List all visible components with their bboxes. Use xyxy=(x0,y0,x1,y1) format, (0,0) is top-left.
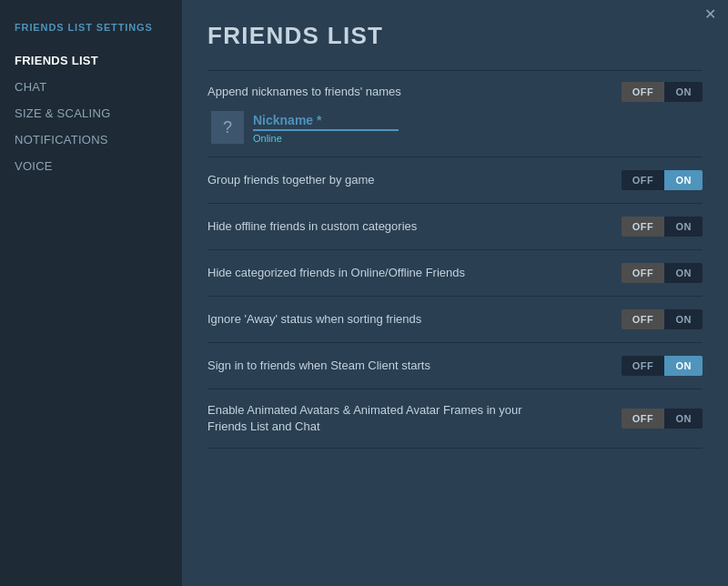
nickname-status: Online xyxy=(253,133,399,144)
sidebar-item-chat[interactable]: CHAT xyxy=(0,74,182,100)
sidebar-item-size-scaling[interactable]: SIZE & SCALING xyxy=(0,100,182,126)
toggle-btn-hide-offline[interactable]: OFF ON xyxy=(622,217,703,237)
toggle-on-append-nicknames[interactable]: ON xyxy=(664,82,703,102)
toggle-btn-hide-categorized[interactable]: OFF ON xyxy=(622,263,703,283)
avatar: ? xyxy=(211,111,244,144)
setting-row-sign-in: Sign in to friends when Steam Client sta… xyxy=(207,343,703,389)
toggle-group-by-game[interactable]: OFF ON xyxy=(622,170,703,190)
sidebar-item-voice[interactable]: VOICE xyxy=(0,153,182,179)
toggle-on-hide-offline[interactable]: ON xyxy=(664,217,703,237)
toggle-btn-append-nicknames[interactable]: OFF ON xyxy=(622,82,703,102)
toggle-btn-group-by-game[interactable]: OFF ON xyxy=(622,170,703,190)
toggle-on-group-by-game[interactable]: ON xyxy=(664,170,703,190)
toggle-btn-sign-in[interactable]: OFF ON xyxy=(622,356,703,376)
toggle-off-sign-in[interactable]: OFF xyxy=(622,356,665,376)
setting-label-hide-categorized: Hide categorized friends in Online/Offli… xyxy=(207,265,465,281)
main-content: FRIENDS LIST Append nicknames to friends… xyxy=(182,0,728,586)
toggle-sign-in[interactable]: OFF ON xyxy=(622,356,703,376)
toggle-append-nicknames[interactable]: OFF ON xyxy=(622,82,703,102)
sidebar: FRIENDS LIST SETTINGS FRIENDS LIST CHAT … xyxy=(0,0,182,586)
toggle-off-group-by-game[interactable]: OFF xyxy=(622,170,665,190)
setting-label-sign-in: Sign in to friends when Steam Client sta… xyxy=(207,358,430,374)
setting-row-append-nicknames: Append nicknames to friends' names OFF O… xyxy=(207,70,703,157)
close-button[interactable]: ✕ xyxy=(700,5,721,24)
sidebar-item-notifications[interactable]: NOTIFICATIONS xyxy=(0,126,182,153)
setting-row-animated-avatars: Enable Animated Avatars & Animated Avata… xyxy=(207,389,703,449)
toggle-on-sign-in[interactable]: ON xyxy=(664,356,703,376)
setting-row-ignore-away: Ignore 'Away' status when sorting friend… xyxy=(207,297,703,343)
sidebar-item-friends-list[interactable]: FRIENDS LIST xyxy=(0,47,182,74)
toggle-off-hide-categorized[interactable]: OFF xyxy=(622,263,665,283)
toggle-on-animated-avatars[interactable]: ON xyxy=(664,409,703,429)
toggle-hide-categorized[interactable]: OFF ON xyxy=(622,263,703,283)
toggle-hide-offline[interactable]: OFF ON xyxy=(622,217,703,237)
toggle-animated-avatars[interactable]: OFF ON xyxy=(622,409,703,429)
nickname-input[interactable] xyxy=(253,111,399,131)
setting-row-hide-offline: Hide offline friends in custom categorie… xyxy=(207,204,703,250)
toggle-btn-ignore-away[interactable]: OFF ON xyxy=(622,309,703,329)
setting-row-hide-categorized: Hide categorized friends in Online/Offli… xyxy=(207,250,703,297)
toggle-on-ignore-away[interactable]: ON xyxy=(664,309,703,329)
toggle-ignore-away[interactable]: OFF ON xyxy=(622,309,703,329)
setting-row-group-by-game: Group friends together by game OFF ON xyxy=(207,157,703,204)
toggle-btn-animated-avatars[interactable]: OFF ON xyxy=(622,409,703,429)
toggle-off-append-nicknames[interactable]: OFF xyxy=(622,82,665,102)
sidebar-header: FRIENDS LIST SETTINGS xyxy=(0,15,182,47)
setting-label-ignore-away: Ignore 'Away' status when sorting friend… xyxy=(207,311,421,328)
nickname-preview: ? Online xyxy=(207,111,703,144)
setting-label-group-by-game: Group friends together by game xyxy=(207,172,375,188)
toggle-off-hide-offline[interactable]: OFF xyxy=(622,217,665,237)
setting-label-append-nicknames: Append nicknames to friends' names xyxy=(207,84,401,100)
toggle-off-animated-avatars[interactable]: OFF xyxy=(622,409,665,429)
setting-label-hide-offline: Hide offline friends in custom categorie… xyxy=(207,218,417,235)
page-title: FRIENDS LIST xyxy=(207,22,703,50)
nickname-input-container: Online xyxy=(253,111,399,144)
toggle-off-ignore-away[interactable]: OFF xyxy=(622,309,665,329)
setting-label-animated-avatars: Enable Animated Avatars & Animated Avata… xyxy=(207,402,553,435)
toggle-on-hide-categorized[interactable]: ON xyxy=(664,263,703,283)
